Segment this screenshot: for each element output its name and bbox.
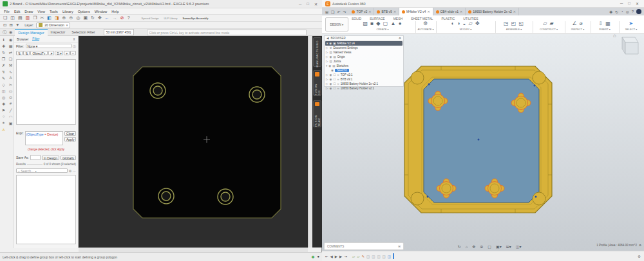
- timeline-edit-icon[interactable]: ✎: [361, 255, 365, 258]
- search-input[interactable]: ⌕ Search… ▾: [16, 168, 68, 173]
- file-menu-icon[interactable]: ❏: [331, 10, 334, 14]
- browser-root-node[interactable]: ▾ ◉ ▣ M4bike V2 v4: [325, 41, 402, 46]
- browser-item-document-settings[interactable]: ▷ ⚙ Document Settings: [325, 46, 403, 50]
- browser-item-top-v2[interactable]: ▷ ◉ ☐ ∞ TOP v2:1: [325, 73, 403, 77]
- zoom-fit-icon[interactable]: ◎: [76, 15, 80, 21]
- arc-tool-icon[interactable]: ◠: [9, 114, 12, 119]
- modify-group-label[interactable]: MODIFY ▾: [438, 28, 493, 31]
- value-select[interactable]: D:▾: [55, 51, 63, 55]
- workspace-selector[interactable]: DESIGN ▾: [325, 17, 348, 32]
- samacsys-label[interactable]: SamacSys Assembly: [183, 17, 209, 20]
- zoom-in-icon[interactable]: ⊕: [62, 15, 66, 21]
- doc-tab-m4bike-v2[interactable]: M4bike V2 v4 ✕: [399, 8, 433, 15]
- errors-tool-icon[interactable]: ⚠: [2, 127, 5, 132]
- skip-end-icon[interactable]: ⇥: [344, 255, 347, 258]
- add-filter-button[interactable]: +: [64, 51, 70, 55]
- doc-tab-top-v2[interactable]: TOP v2 ✕: [349, 8, 374, 15]
- checkbox-icon[interactable]: ☐: [333, 73, 336, 76]
- fit-icon[interactable]: ▢: [488, 244, 491, 249]
- pdf-export-icon[interactable]: ▥: [26, 15, 30, 21]
- close-tab-icon[interactable]: ✕: [393, 10, 396, 14]
- mirror-tool-icon[interactable]: ⇄: [9, 50, 12, 55]
- grid-icon[interactable]: ◧: [47, 15, 52, 21]
- chevron-right-icon[interactable]: ▷: [326, 82, 328, 86]
- menu-item[interactable]: Options: [78, 10, 90, 14]
- minimize-button[interactable]: ─: [299, 2, 301, 6]
- eye-icon[interactable]: ◉: [329, 42, 332, 45]
- comments-panel[interactable]: COMMENTS ✉: [324, 242, 404, 250]
- layer-settings-icon[interactable]: ◨: [55, 15, 59, 21]
- pan-icon[interactable]: ✥: [472, 244, 475, 249]
- menu-item[interactable]: File: [4, 10, 10, 14]
- panel-tab-filter[interactable]: Filter: [32, 37, 39, 41]
- look-at-icon[interactable]: ⌂: [466, 245, 468, 249]
- chevron-right-icon[interactable]: ▷: [326, 55, 328, 59]
- file-menu-icon[interactable]: ⊞: [325, 10, 328, 14]
- browser-item-named-views[interactable]: ▷ ▤ Named Views: [325, 50, 403, 55]
- copy-tool-icon[interactable]: ❐: [2, 57, 5, 61]
- sort-asc-button[interactable]: ⇅: [16, 51, 23, 55]
- browser-item-sketch1[interactable]: ◉ Sketch1: [325, 68, 403, 73]
- clear-button[interactable]: Clear: [64, 131, 76, 136]
- checkbox-icon[interactable]: ☐: [333, 78, 336, 81]
- step-back-icon[interactable]: ◀: [330, 255, 333, 258]
- route-tool-icon[interactable]: ↯: [2, 69, 5, 74]
- timeline-sketch1-icon[interactable]: ▱: [352, 255, 355, 258]
- file-menu-icon[interactable]: ↶: [337, 10, 340, 14]
- close-tab-icon[interactable]: ✕: [427, 10, 430, 14]
- zoom-icon[interactable]: ⊕: [480, 244, 483, 249]
- board-view-icon[interactable]: ⊡: [3, 22, 6, 28]
- horizontal-scrollbar[interactable]: [79, 248, 308, 252]
- chevron-right-icon[interactable]: ▷: [326, 46, 328, 50]
- minimize-button[interactable]: ─: [620, 1, 623, 6]
- eye-icon[interactable]: ◉: [328, 64, 331, 68]
- menu-item[interactable]: Draw: [24, 10, 33, 14]
- chevron-right-icon[interactable]: ▷: [326, 87, 328, 90]
- paste-tool-icon[interactable]: ❏: [9, 57, 12, 61]
- chevron-down-icon[interactable]: ▾: [326, 64, 327, 68]
- ripup-tool-icon[interactable]: ∿: [9, 69, 12, 74]
- help-icon[interactable]: ⓘ: [73, 44, 76, 48]
- sort-desc-button[interactable]: ⇅: [23, 51, 30, 55]
- stop-icon[interactable]: ⊘: [120, 15, 124, 21]
- construct-group-icons[interactable]: ▱ ▰: [535, 21, 563, 26]
- expr-textbox[interactable]: (ObjectType = Device): [25, 131, 63, 145]
- gear-icon[interactable]: ⚙: [69, 169, 71, 173]
- timeline-selected-icon[interactable]: ◫: [388, 255, 391, 258]
- filter-preset-select[interactable]: None ▾: [26, 44, 72, 48]
- maximize-button[interactable]: □: [628, 1, 630, 6]
- menu-item[interactable]: Edit: [14, 10, 20, 14]
- play-icon[interactable]: ▶: [335, 255, 337, 258]
- redo-icon[interactable]: →: [113, 15, 117, 21]
- timeline-component3-icon[interactable]: ◫: [377, 255, 380, 258]
- assemble-group-label[interactable]: ASSEMBLE ▾: [497, 28, 531, 31]
- chevron-right-icon[interactable]: ▷: [326, 78, 328, 81]
- zoom-out-icon[interactable]: ⊖: [69, 15, 73, 21]
- timeline-position-marker[interactable]: [393, 253, 394, 259]
- assemble-group-icons[interactable]: ◳ ◰ ◱: [497, 21, 531, 26]
- autoroute-tool-icon[interactable]: ⚑: [2, 108, 5, 113]
- create-group-label[interactable]: CREATE ▾: [352, 28, 413, 31]
- titlebar-action-icon[interactable]: ✚: [609, 10, 612, 14]
- command-line-input[interactable]: Click or press Ctrl+L key to activate co…: [147, 30, 307, 35]
- apply-button[interactable]: Apply: [64, 137, 76, 141]
- circle-tool-icon[interactable]: ○: [3, 114, 5, 119]
- close-button[interactable]: ✕: [314, 2, 317, 6]
- timeline-component2-icon[interactable]: ◫: [372, 255, 375, 258]
- polygon-tool-icon[interactable]: ◇: [2, 82, 5, 87]
- move-tool-icon[interactable]: ✚: [2, 44, 5, 48]
- model-viewport[interactable]: [396, 64, 557, 219]
- comment-icon[interactable]: ✉: [398, 245, 401, 248]
- help-icon[interactable]: ?: [128, 15, 130, 21]
- inspect-group-icons[interactable]: ∠ ⌀: [567, 21, 589, 26]
- titlebar-action-icon[interactable]: ⊙: [626, 10, 629, 14]
- chevron-right-icon[interactable]: ▷: [326, 73, 328, 76]
- browser-item-btb-v9[interactable]: ▷ ◉ ☐ ∞ BTB v9:1: [325, 77, 403, 82]
- panel-tab-browser[interactable]: Browser: [17, 37, 28, 41]
- line-tool-icon[interactable]: ╱: [10, 108, 12, 113]
- tab-fusion-team[interactable]: FUSION TEAM: [313, 100, 321, 127]
- collapse-icon[interactable]: ◀: [327, 37, 328, 40]
- gear-icon[interactable]: ⚙: [399, 37, 401, 40]
- junction-tool-icon[interactable]: ✚: [2, 102, 5, 106]
- group-tool-icon[interactable]: ▦: [9, 44, 13, 48]
